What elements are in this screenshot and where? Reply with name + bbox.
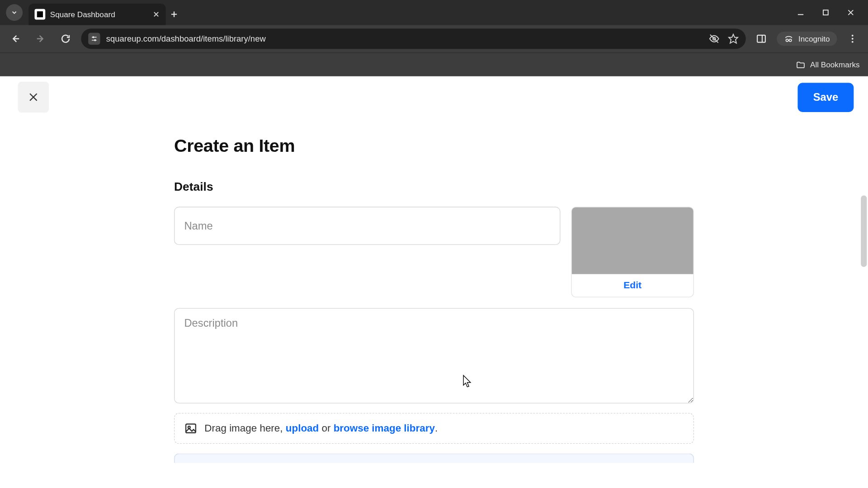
app-page: Save Create an Item Details Edit [0,76,868,486]
dropzone-middle: or [319,422,333,434]
eye-off-button[interactable] [709,33,720,44]
browser-chrome: Square Dashboard [0,0,868,76]
maximize-icon [821,8,830,16]
svg-point-22 [852,35,854,37]
window-minimize-button[interactable] [797,8,805,16]
browse-image-library-link[interactable]: browse image library [334,422,435,434]
scrollbar[interactable] [861,196,867,375]
incognito-label: Incognito [798,34,830,43]
svg-point-19 [786,39,788,42]
dropzone-suffix: . [435,422,438,434]
window-close-button[interactable] [847,8,855,16]
all-bookmarks-label: All Bookmarks [810,60,860,69]
back-button[interactable] [6,29,25,48]
upload-link[interactable]: upload [286,422,319,434]
dropzone-prefix: Drag image here, [204,422,285,434]
svg-point-24 [852,41,854,43]
star-icon [728,33,739,44]
side-panel-icon [756,33,767,44]
plus-icon [170,10,178,18]
next-section-panel-top [174,454,694,463]
square-favicon [34,9,45,20]
page-topbar: Save [0,76,868,118]
save-button[interactable]: Save [797,83,854,112]
scrollbar-thumb[interactable] [861,196,867,267]
svg-point-23 [852,38,854,40]
minimize-icon [797,8,805,16]
arrow-right-icon [35,33,46,44]
arrow-left-icon [10,33,21,44]
close-icon [847,8,855,16]
svg-rect-17 [757,35,765,42]
item-description-textarea[interactable] [174,308,694,404]
eye-off-icon [709,33,720,44]
incognito-indicator[interactable]: Incognito [777,32,837,46]
image-icon [184,422,197,435]
new-tab-button[interactable] [166,4,183,25]
details-top-row: Edit [174,207,694,297]
dropzone-text: Drag image here, upload or browse image … [204,422,438,434]
tune-icon [90,35,98,42]
svg-rect-27 [186,424,196,432]
browser-toolbar: squareup.com/dashboard/items/library/new… [0,25,868,52]
svg-rect-5 [823,10,828,15]
item-image-preview[interactable] [572,207,693,274]
forward-button[interactable] [31,29,50,48]
edit-image-link[interactable]: Edit [623,280,642,291]
reload-button[interactable] [56,29,75,48]
item-name-input[interactable] [174,207,561,245]
page-title: Create an Item [174,136,694,156]
close-tab-button[interactable] [153,11,160,18]
site-settings-button[interactable] [88,33,100,45]
item-image-card: Edit [571,207,694,297]
item-image-edit-row: Edit [572,274,693,297]
svg-marker-16 [729,34,738,43]
bookmarks-bar: All Bookmarks [0,52,868,76]
browser-tab[interactable]: Square Dashboard [28,4,165,25]
chevron-down-icon [11,9,18,16]
tab-strip: Square Dashboard [0,0,868,25]
address-bar[interactable]: squareup.com/dashboard/items/library/new [81,28,746,49]
tabs-dropdown-button[interactable] [6,4,23,21]
svg-point-20 [789,39,792,42]
form-area: Create an Item Details Edit Drag image h… [174,136,694,463]
reload-icon [60,33,71,44]
folder-icon [796,60,805,70]
section-details-title: Details [174,180,694,193]
browser-menu-button[interactable] [843,29,862,48]
bookmark-star-button[interactable] [728,33,739,44]
incognito-icon [784,34,793,43]
tab-title: Square Dashboard [50,10,148,19]
close-button[interactable] [18,82,49,113]
window-maximize-button[interactable] [821,8,830,16]
close-icon [153,11,160,18]
window-controls [797,0,863,25]
side-panel-button[interactable] [752,29,771,48]
image-dropzone[interactable]: Drag image here, upload or browse image … [174,413,694,444]
all-bookmarks-button[interactable]: All Bookmarks [796,60,859,70]
dots-vertical-icon [847,33,858,44]
url-text: squareup.com/dashboard/items/library/new [106,34,703,43]
close-icon [28,91,39,103]
